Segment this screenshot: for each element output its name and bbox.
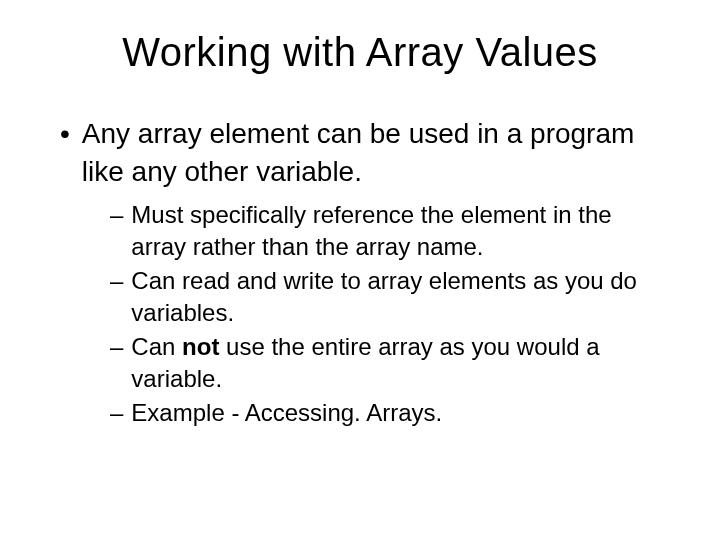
bullet-dot-icon: •: [60, 115, 70, 153]
bullet-level2-text: Example - Accessing. Arrays.: [131, 397, 442, 429]
bullet-level2: – Example - Accessing. Arrays.: [110, 397, 660, 429]
bullet-dash-icon: –: [110, 331, 123, 363]
bullet-level2-text: Can not use the entire array as you woul…: [131, 331, 660, 395]
bullet-level1-text: Any array element can be used in a progr…: [82, 115, 660, 191]
bullet-dash-icon: –: [110, 199, 123, 231]
bullet-level2-list: – Must specifically reference the elemen…: [110, 199, 660, 429]
bullet-level2-text: Must specifically reference the element …: [131, 199, 660, 263]
bullet-level2: – Must specifically reference the elemen…: [110, 199, 660, 263]
bullet-level2: – Can read and write to array elements a…: [110, 265, 660, 329]
text-bold: not: [182, 333, 219, 360]
bullet-level2: – Can not use the entire array as you wo…: [110, 331, 660, 395]
bullet-level1: • Any array element can be used in a pro…: [60, 115, 660, 191]
bullet-level2-text: Can read and write to array elements as …: [131, 265, 660, 329]
bullet-dash-icon: –: [110, 397, 123, 429]
slide-title: Working with Array Values: [60, 30, 660, 75]
bullet-dash-icon: –: [110, 265, 123, 297]
text-pre: Can: [131, 333, 182, 360]
